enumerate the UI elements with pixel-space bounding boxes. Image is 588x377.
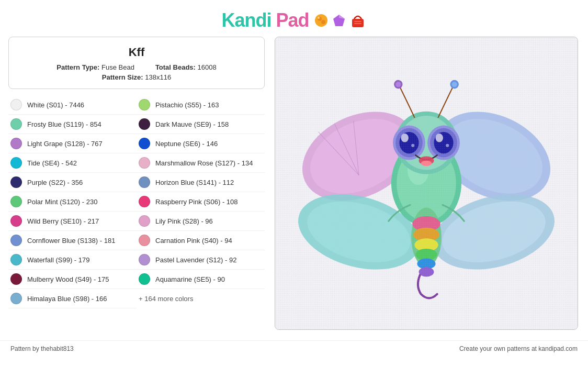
color-label: White (S01) - 7446: [27, 101, 84, 109]
color-item: Himalaya Blue (S98) - 166: [8, 289, 137, 308]
color-swatch: [139, 273, 150, 285]
logo-space: [271, 9, 276, 31]
svg-rect-51: [275, 37, 578, 329]
logo-kandi: Kandi: [221, 9, 271, 31]
svg-rect-8: [354, 23, 361, 24]
color-swatch: [139, 176, 150, 188]
pattern-beads: Total Beads: 16008: [155, 63, 217, 71]
color-item: White (S01) - 7446: [8, 95, 137, 115]
footer-cta: Create your own patterns at kandipad.com: [459, 345, 578, 352]
gem-icon: [331, 13, 347, 28]
color-item: Pistachio (S55) - 163: [137, 95, 265, 115]
color-item: Marshmallow Rose (S127) - 134: [137, 153, 265, 173]
color-label: Wild Berry (SE10) - 217: [27, 217, 99, 225]
color-swatch: [139, 215, 150, 227]
color-label: Pastel Lavender (S12) - 92: [155, 256, 236, 264]
color-label: Frosty Blue (S119) - 854: [27, 120, 101, 128]
color-swatch: [10, 273, 22, 285]
color-item: Tide (SE4) - 542: [8, 153, 137, 173]
bucket-icon: [349, 12, 367, 29]
color-item: Purple (S22) - 356: [8, 173, 137, 192]
svg-rect-7: [354, 21, 361, 22]
footer: Pattern by thehabit813 Create your own p…: [0, 340, 588, 357]
color-item: Horizon Blue (S141) - 112: [137, 173, 265, 192]
color-swatch: [10, 196, 22, 207]
color-label: Pistachio (S55) - 163: [155, 101, 219, 109]
color-item: Mulberry Wood (S49) - 175: [8, 270, 137, 289]
svg-point-2: [321, 20, 325, 24]
color-swatch: [139, 118, 150, 130]
pattern-image: [275, 37, 578, 329]
color-swatch: [10, 254, 22, 265]
logo-pad: Pad: [276, 9, 309, 31]
color-item: Pastel Lavender (S12) - 92: [137, 250, 265, 270]
color-label: Neptune (SE6) - 146: [155, 140, 218, 148]
candy-icon: [313, 13, 329, 28]
color-label: Tide (SE4) - 542: [27, 159, 77, 167]
color-swatch: [139, 99, 150, 110]
color-item: Lily Pink (S28) - 96: [137, 212, 265, 231]
color-label: Raspberry Pink (S06) - 108: [155, 198, 238, 206]
color-swatch: [10, 157, 22, 169]
color-swatch: [139, 196, 150, 207]
color-label: Marshmallow Rose (S127) - 134: [155, 159, 253, 167]
color-item: Dark Mauve (SE9) - 158: [137, 115, 265, 134]
color-item: Aquamarine (SE5) - 90: [137, 270, 265, 289]
color-item: Polar Mint (S120) - 230: [8, 192, 137, 212]
color-label: Waterfall (S99) - 179: [27, 256, 89, 264]
color-item: Frosty Blue (S119) - 854: [8, 115, 137, 134]
color-label: Lily Pink (S28) - 96: [155, 217, 213, 225]
pattern-image-container: [275, 37, 578, 330]
color-swatch: [10, 99, 22, 110]
pattern-size-row: Pattern Size: 138x116: [19, 73, 254, 81]
color-label: Carnation Pink (S40) - 94: [155, 237, 232, 245]
pattern-title: Kff: [19, 46, 254, 59]
color-swatch: [139, 157, 150, 169]
svg-point-0: [315, 14, 327, 27]
pattern-meta: Pattern Type: Fuse Bead Total Beads: 160…: [19, 63, 254, 71]
color-item: Waterfall (S99) - 179: [8, 250, 137, 270]
color-swatch: [139, 254, 150, 265]
color-item: Neptune (SE6) - 146: [137, 134, 265, 153]
logo-icons: [313, 12, 367, 29]
color-label: Aquamarine (SE5) - 90: [155, 275, 225, 283]
color-swatch: [10, 176, 22, 188]
color-swatch: [10, 215, 22, 227]
color-item: Cornflower Blue (S138) - 181: [8, 231, 137, 250]
color-label: Dark Mauve (SE9) - 158: [155, 120, 229, 128]
color-label: Polar Mint (S120) - 230: [27, 198, 97, 206]
color-item: Carnation Pink (S40) - 94: [137, 231, 265, 250]
color-swatch: [139, 235, 150, 246]
color-label: Mulberry Wood (S49) - 175: [27, 275, 109, 283]
logo: Kandi Pad: [221, 9, 309, 31]
color-swatch: [10, 138, 22, 149]
color-label: Himalaya Blue (S98) - 166: [27, 295, 107, 303]
color-swatch: [139, 138, 150, 149]
pattern-size: Pattern Size: 138x116: [102, 73, 171, 81]
left-panel: Kff Pattern Type: Fuse Bead Total Beads:…: [8, 37, 265, 330]
color-label: Horizon Blue (S141) - 112: [155, 179, 234, 186]
color-label: Cornflower Blue (S138) - 181: [27, 237, 115, 245]
pattern-type: Pattern Type: Fuse Bead: [56, 63, 134, 71]
header: Kandi Pad: [0, 0, 588, 37]
color-item: Wild Berry (SE10) - 217: [8, 212, 137, 231]
color-item: Raspberry Pink (S06) - 108: [137, 192, 265, 212]
color-swatch: [10, 293, 22, 304]
svg-point-3: [318, 17, 320, 19]
color-label: Light Grape (S128) - 767: [27, 140, 103, 148]
footer-credit: Pattern by thehabit813: [10, 345, 74, 352]
more-colors-label: + 164 more colors: [137, 289, 265, 308]
color-item: Light Grape (S128) - 767: [8, 134, 137, 153]
color-label: Purple (S22) - 356: [27, 179, 83, 186]
color-list: White (S01) - 7446 Pistachio (S55) - 163…: [8, 95, 265, 308]
main-content: Kff Pattern Type: Fuse Bead Total Beads:…: [0, 37, 588, 338]
color-swatch: [10, 235, 22, 246]
right-panel: [273, 37, 580, 330]
pattern-info-card: Kff Pattern Type: Fuse Bead Total Beads:…: [8, 37, 265, 89]
color-swatch: [10, 118, 22, 130]
